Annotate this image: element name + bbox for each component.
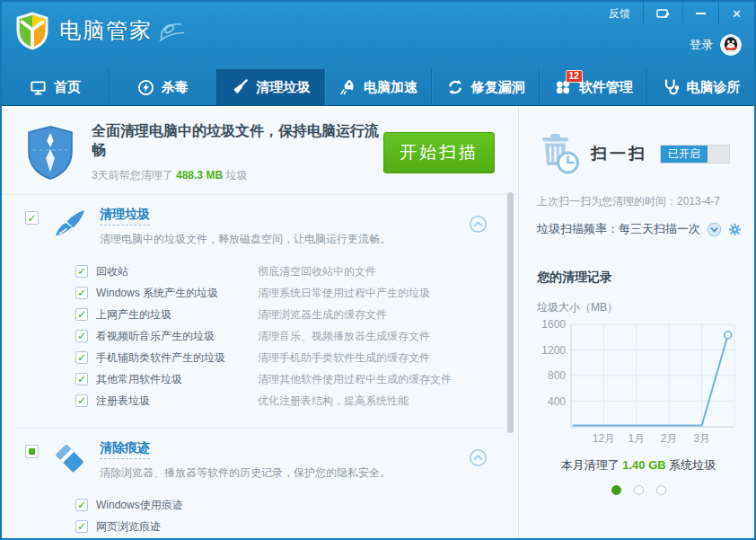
frequency-dropdown-button[interactable] xyxy=(707,222,722,237)
item-desc: 优化注册表结构，提高系统性能 xyxy=(258,394,409,409)
item-label: 其他常用软件垃圾 xyxy=(96,372,258,387)
item-desc: 清理手机助手类软件生成的缓存文件 xyxy=(258,350,430,366)
last-clean-size: 488.3 MB xyxy=(176,169,223,181)
tab-1[interactable]: 首页 xyxy=(2,69,109,105)
scan-frequency-row: 垃圾扫描频率：每三天扫描一次 xyxy=(537,221,754,237)
section-desc: 清除浏览器、播放器等软件的历史记录，保护您的隐私安全。 xyxy=(100,465,391,481)
svg-text:400: 400 xyxy=(548,395,566,408)
content: 全面清理电脑中的垃圾文件，保持电脑运行流畅 3天前帮您清理了 488.3 MB … xyxy=(2,106,754,538)
check-icon: ✓ xyxy=(77,331,86,341)
item-label: 网页浏览痕迹 xyxy=(96,519,258,535)
section-title-link[interactable]: 清除痕迹 xyxy=(100,440,150,459)
collapse-button[interactable] xyxy=(469,215,488,237)
check-icon: ✓ xyxy=(77,395,86,406)
list-item: ✓其他常用软件垃圾清理其他软件使用过程中生成的缓存文件 xyxy=(75,368,502,390)
item-desc: 清理系统日常使用过程中产生的垃圾 xyxy=(258,286,430,301)
start-scan-button[interactable]: 开始扫描 xyxy=(383,132,495,173)
checkbox-checked[interactable]: ✓ xyxy=(75,308,88,321)
chart-ylabel: 垃圾大小（MB） xyxy=(537,300,754,315)
checkbox-checked[interactable]: ✓ xyxy=(25,211,39,225)
tab-3[interactable]: 清理垃圾 xyxy=(216,69,324,105)
records-title: 您的清理记录 xyxy=(537,270,754,286)
checkbox-checked[interactable]: ✓ xyxy=(75,265,88,278)
antivirus-icon xyxy=(137,79,154,96)
auto-scan-title: 扫一扫 xyxy=(591,143,647,164)
collapse-button[interactable] xyxy=(469,448,488,471)
checkbox-partial[interactable] xyxy=(25,445,39,458)
repair-icon xyxy=(446,78,464,96)
banner-text: 全面清理电脑中的垃圾文件，保持电脑运行流畅 3天前帮您清理了 488.3 MB … xyxy=(92,122,383,183)
section-items: ✓回收站彻底清空回收站中的文件✓Windows 系统产生的垃圾清理系统日常使用过… xyxy=(75,261,502,412)
close-button[interactable]: ✕ xyxy=(718,2,754,25)
tab-label: 清理垃圾 xyxy=(256,79,310,96)
tab-label: 软件管理 xyxy=(579,79,633,96)
shield-scan-icon xyxy=(25,125,75,181)
carousel-dot-2[interactable] xyxy=(634,485,644,495)
chevron-down-circle-icon xyxy=(707,222,722,237)
checkbox-checked[interactable]: ✓ xyxy=(75,499,88,511)
item-label: Windows 系统产生的垃圾 xyxy=(96,286,258,301)
toggle-on-label: 已开启 xyxy=(661,146,708,163)
item-desc: 彻底清空回收站中的文件 xyxy=(258,264,376,279)
app-logo-icon xyxy=(14,11,50,50)
trash-clock-icon xyxy=(537,131,580,176)
svg-text:2月: 2月 xyxy=(661,432,678,445)
list-item: ✓浏览器工具栏搜索记录 xyxy=(75,537,502,538)
checkbox-checked[interactable]: ✓ xyxy=(75,287,88,299)
broom-icon xyxy=(231,78,249,96)
checkbox-checked[interactable]: ✓ xyxy=(75,351,88,364)
tab-6[interactable]: 12软件管理 xyxy=(539,69,646,105)
section-items: ✓Windows使用痕迹✓网页浏览痕迹✓浏览器工具栏搜索记录 xyxy=(75,494,502,538)
app-header: 反馈 ✕ 电脑管家 登录 首页 xyxy=(2,2,754,106)
check-icon: ✓ xyxy=(77,309,86,320)
auto-scan-toggle[interactable]: 已开启 xyxy=(660,145,730,164)
main-nav: 首页杀毒清理垃圾电脑加速修复漏洞12软件管理电脑诊所 xyxy=(2,69,754,105)
carousel-dot-1[interactable] xyxy=(611,485,621,495)
minimize-button[interactable] xyxy=(682,2,718,25)
rocket-icon xyxy=(338,78,356,96)
banner-title: 全面清理电脑中的垃圾文件，保持电脑运行流畅 xyxy=(92,122,383,160)
scrollbar-thumb[interactable] xyxy=(507,192,514,433)
frequency-settings-button[interactable] xyxy=(728,223,742,236)
clean-banner: 全面清理电脑中的垃圾文件，保持电脑运行流畅 3天前帮您清理了 488.3 MB … xyxy=(2,111,518,195)
item-label: 手机辅助类软件产生的垃圾 xyxy=(96,350,258,366)
check-icon: ✓ xyxy=(77,500,86,510)
check-icon: ✓ xyxy=(77,266,86,277)
tab-5[interactable]: 修复漏洞 xyxy=(431,69,539,105)
check-icon: ✓ xyxy=(77,521,86,532)
section-1: ✓清理垃圾清理电脑中的垃圾文件，释放磁盘空间，让电脑运行更流畅。✓回收站彻底清空… xyxy=(2,195,518,419)
tab-7[interactable]: 电脑诊所 xyxy=(646,69,754,105)
checkbox-checked[interactable]: ✓ xyxy=(75,330,88,342)
qq-penguin-icon xyxy=(720,34,742,56)
sidebar: 扫一扫 已开启 上次扫一扫为您清理的时间：2013-4-7 垃圾扫描频率：每三天… xyxy=(518,106,754,538)
item-label: 看视频听音乐产生的垃圾 xyxy=(96,329,258,344)
checkbox-checked[interactable]: ✓ xyxy=(75,373,88,385)
carousel-dot-3[interactable] xyxy=(656,485,666,495)
software-icon: 12 xyxy=(554,78,572,96)
section-2: 清除痕迹清除浏览器、播放器等软件的历史记录，保护您的隐私安全。✓Windows使… xyxy=(2,429,518,538)
login-link[interactable]: 登录 xyxy=(690,37,713,53)
svg-text:1月: 1月 xyxy=(628,432,645,445)
tab-2[interactable]: 杀毒 xyxy=(109,69,216,105)
checkbox-checked[interactable]: ✓ xyxy=(75,394,88,407)
list-item: ✓回收站彻底清空回收站中的文件 xyxy=(75,261,502,282)
tab-label: 电脑加速 xyxy=(364,79,418,96)
list-item: ✓网页浏览痕迹 xyxy=(75,516,502,537)
item-label: 回收站 xyxy=(96,264,258,279)
qq-avatar[interactable] xyxy=(720,34,742,56)
skin-button[interactable] xyxy=(643,2,682,25)
check-icon: ✓ xyxy=(77,288,86,298)
minimize-icon xyxy=(696,13,706,14)
list-item: ✓手机辅助类软件产生的垃圾清理手机助手类软件生成的缓存文件 xyxy=(75,347,502,368)
broom-icon xyxy=(51,206,89,243)
stethoscope-icon xyxy=(662,78,680,96)
feedback-link[interactable]: 反馈 xyxy=(596,2,643,25)
checkbox-checked[interactable]: ✓ xyxy=(75,520,88,533)
check-icon: ✓ xyxy=(77,352,86,363)
section-title-link[interactable]: 清理垃圾 xyxy=(100,207,150,226)
section-desc: 清理电脑中的垃圾文件，释放磁盘空间，让电脑运行更流畅。 xyxy=(100,232,391,247)
login-area[interactable]: 登录 xyxy=(690,34,742,56)
cleanup-chart: 4008001200160012月1月2月3月 xyxy=(537,319,740,454)
tab-4[interactable]: 电脑加速 xyxy=(324,69,432,105)
app-window: 反馈 ✕ 电脑管家 登录 首页 xyxy=(0,0,756,540)
